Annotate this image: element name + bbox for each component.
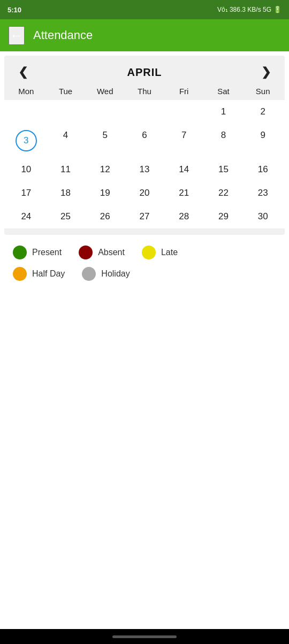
calendar-day-9[interactable]: 9 <box>243 124 283 158</box>
legend-item-late: Late <box>142 246 178 259</box>
calendar-day-1[interactable]: 1 <box>204 100 244 124</box>
day-header-mon: Mon <box>6 85 46 99</box>
network-info: Vō₁ 386.3 KB/s 5G <box>217 6 271 13</box>
legend-item-present: Present <box>13 246 62 259</box>
day-header-fri: Fri <box>164 85 204 99</box>
calendar-day-8[interactable]: 8 <box>204 124 244 158</box>
absent-dot <box>79 246 93 259</box>
calendar-day-24[interactable]: 24 <box>6 205 46 228</box>
calendar-day-27[interactable]: 27 <box>125 205 164 228</box>
calendar-day-2[interactable]: 2 <box>243 100 283 124</box>
day-header-wed: Wed <box>85 85 125 99</box>
day-headers: Mon Tue Wed Thu Fri Sat Sun <box>4 85 285 99</box>
today-circle: 3 <box>16 130 37 151</box>
calendar-day-11[interactable]: 11 <box>46 158 86 181</box>
calendar-day-16[interactable]: 16 <box>243 158 283 181</box>
legend-row-1: Present Absent Late <box>13 246 276 259</box>
app-bar: ← Attendance <box>0 19 289 51</box>
status-icons: Vō₁ 386.3 KB/s 5G 🔋 <box>217 6 282 13</box>
calendar-day-28[interactable]: 28 <box>164 205 204 228</box>
calendar-day-25[interactable]: 25 <box>46 205 86 228</box>
calendar-day-10[interactable]: 10 <box>6 158 46 181</box>
battery-icon: 🔋 <box>273 6 282 13</box>
late-dot <box>142 246 156 259</box>
calendar-day-18[interactable]: 18 <box>46 181 86 205</box>
halfday-dot <box>13 267 27 281</box>
back-button[interactable]: ← <box>9 26 25 45</box>
calendar-day-29[interactable]: 29 <box>204 205 244 228</box>
month-title: APRIL <box>127 66 162 79</box>
calendar-day-13[interactable]: 13 <box>125 158 164 181</box>
day-header-sat: Sat <box>204 85 244 99</box>
present-dot <box>13 246 27 259</box>
bottom-nav-bar <box>0 629 289 644</box>
calendar-day-12[interactable]: 12 <box>85 158 125 181</box>
calendar-day-30[interactable]: 30 <box>243 205 283 228</box>
absent-label: Absent <box>98 248 125 257</box>
status-bar: 5:10 Vō₁ 386.3 KB/s 5G 🔋 <box>0 0 289 19</box>
month-nav: ❮ APRIL ❯ <box>4 58 285 85</box>
calendar-day-empty-03 <box>125 100 164 124</box>
calendar-day-23[interactable]: 23 <box>243 181 283 205</box>
calendar-day-5[interactable]: 5 <box>85 124 125 158</box>
calendar-day-19[interactable]: 19 <box>85 181 125 205</box>
calendar-day-7[interactable]: 7 <box>164 124 204 158</box>
day-header-tue: Tue <box>46 85 86 99</box>
legend-item-halfday: Half Day <box>13 267 65 281</box>
calendar-day-empty-01 <box>46 100 86 124</box>
calendar-day-22[interactable]: 22 <box>204 181 244 205</box>
day-header-thu: Thu <box>125 85 164 99</box>
calendar-day-14[interactable]: 14 <box>164 158 204 181</box>
late-label: Late <box>161 248 178 257</box>
calendar-day-empty-04 <box>164 100 204 124</box>
calendar-day-6[interactable]: 6 <box>125 124 164 158</box>
prev-month-button[interactable]: ❮ <box>14 65 32 79</box>
home-indicator <box>112 635 177 638</box>
day-header-sun: Sun <box>243 85 283 99</box>
calendar-day-empty-02 <box>85 100 125 124</box>
legend-item-holiday: Holiday <box>82 267 130 281</box>
present-label: Present <box>32 248 62 257</box>
calendar-container: ❮ APRIL ❯ Mon Tue Wed Thu Fri Sat Sun 12… <box>4 56 285 235</box>
halfday-label: Half Day <box>32 269 65 279</box>
next-month-button[interactable]: ❯ <box>257 65 275 79</box>
calendar-day-3[interactable]: 3 <box>6 124 46 158</box>
calendar-day-21[interactable]: 21 <box>164 181 204 205</box>
legend-row-2: Half Day Holiday <box>13 267 276 281</box>
legend-container: Present Absent Late Half Day Holiday <box>4 239 285 293</box>
calendar-day-17[interactable]: 17 <box>6 181 46 205</box>
calendar-day-15[interactable]: 15 <box>204 158 244 181</box>
calendar-day-4[interactable]: 4 <box>46 124 86 158</box>
holiday-label: Holiday <box>101 269 130 279</box>
calendar-day-empty-00 <box>6 100 46 124</box>
calendar-grid: 1234567891011121314151617181920212223242… <box>4 100 285 228</box>
status-time: 5:10 <box>7 6 21 14</box>
calendar-day-26[interactable]: 26 <box>85 205 125 228</box>
holiday-dot <box>82 267 96 281</box>
page-title: Attendance <box>33 28 93 42</box>
legend-item-absent: Absent <box>79 246 125 259</box>
calendar-day-20[interactable]: 20 <box>125 181 164 205</box>
